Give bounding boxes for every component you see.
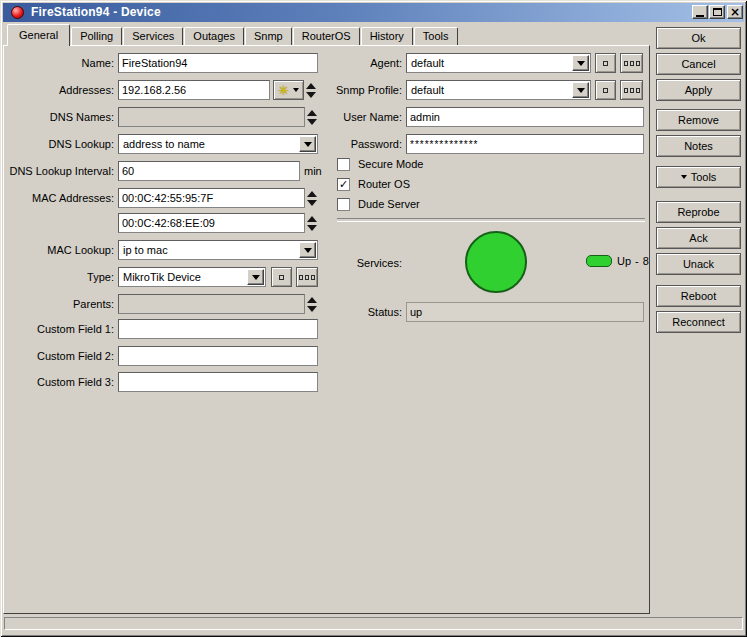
chevron-down-icon bbox=[577, 88, 585, 93]
check-icon: ✓ bbox=[339, 178, 348, 190]
mac-address-spinner-1[interactable] bbox=[305, 188, 319, 208]
router-os-checkbox[interactable]: ✓ bbox=[337, 178, 350, 191]
type-value: MikroTik Device bbox=[119, 269, 246, 286]
tab-tools[interactable]: Tools bbox=[414, 27, 458, 45]
custom-field-3-label: Custom Field 3: bbox=[2, 372, 114, 392]
boxes-icon bbox=[624, 61, 628, 66]
device-dialog-window: FireStation94 - Device × GeneralPollingS… bbox=[0, 0, 747, 637]
tab-general[interactable]: General bbox=[7, 24, 70, 46]
unack-button[interactable]: Unack bbox=[656, 253, 741, 275]
custom-field-1-input[interactable] bbox=[118, 319, 318, 339]
legend-text: Up-8 bbox=[617, 253, 653, 269]
custom-field-3-input[interactable] bbox=[118, 372, 318, 392]
minimize-button[interactable] bbox=[692, 5, 708, 19]
down-arrow-icon[interactable] bbox=[307, 225, 317, 231]
name-label: Name: bbox=[2, 53, 114, 73]
window-title: FireStation94 - Device bbox=[31, 3, 161, 22]
addresses-label: Addresses: bbox=[2, 80, 114, 100]
legend-count: 8 bbox=[643, 255, 649, 267]
mac-lookup-label: MAC Lookup: bbox=[2, 240, 114, 260]
mac-address-spinner-2[interactable] bbox=[305, 213, 319, 233]
tools-button[interactable]: Tools bbox=[656, 166, 741, 188]
parents-input bbox=[118, 294, 305, 314]
title-bar[interactable]: FireStation94 - Device × bbox=[3, 3, 744, 22]
down-arrow-icon[interactable] bbox=[307, 200, 317, 206]
chevron-down-icon bbox=[577, 61, 585, 66]
maximize-icon bbox=[713, 8, 722, 16]
box-icon bbox=[603, 61, 608, 66]
dropdown-arrow-button[interactable] bbox=[572, 82, 589, 98]
bottom-status-strip bbox=[4, 617, 743, 630]
services-label: Services: bbox=[284, 253, 402, 273]
dns-lookup-interval-label: DNS Lookup Interval: bbox=[2, 161, 114, 181]
snmp-profile-label: Snmp Profile: bbox=[284, 80, 402, 100]
user-name-input[interactable] bbox=[406, 107, 644, 127]
status-label: Status: bbox=[284, 302, 402, 322]
separator bbox=[337, 218, 645, 222]
tab-services[interactable]: Services bbox=[123, 27, 183, 45]
cancel-button[interactable]: Cancel bbox=[656, 53, 741, 75]
agent-select[interactable]: default bbox=[406, 53, 591, 73]
minimize-icon bbox=[696, 15, 704, 17]
reconnect-button[interactable]: Reconnect bbox=[656, 311, 741, 333]
dns-lookup-interval-unit: min bbox=[304, 161, 334, 181]
dude-server-checkbox[interactable] bbox=[337, 198, 350, 211]
snmp-profile-value: default bbox=[407, 82, 571, 99]
reprobe-button[interactable]: Reprobe bbox=[656, 201, 741, 223]
tab-history[interactable]: History bbox=[361, 27, 413, 45]
secure-mode-label[interactable]: Secure Mode bbox=[358, 157, 423, 171]
up-arrow-icon[interactable] bbox=[307, 216, 317, 222]
snmp-profile-select[interactable]: default bbox=[406, 80, 591, 100]
snmp-profile-list-button[interactable] bbox=[620, 80, 643, 100]
close-icon: × bbox=[730, 7, 740, 17]
remove-button[interactable]: Remove bbox=[656, 109, 741, 131]
user-name-label: User Name: bbox=[284, 107, 402, 127]
router-os-label[interactable]: Router OS bbox=[358, 177, 410, 191]
tab-strip: GeneralPollingServicesOutagesSnmpRouterO… bbox=[7, 24, 459, 46]
parents-label: Parents: bbox=[2, 294, 114, 314]
agent-value: default bbox=[407, 55, 571, 72]
tab-routeros[interactable]: RouterOS bbox=[293, 27, 360, 45]
tab-snmp[interactable]: Snmp bbox=[245, 27, 292, 45]
snmp-profile-open-button[interactable] bbox=[595, 80, 616, 100]
boxes-icon bbox=[624, 88, 628, 93]
dns-lookup-label: DNS Lookup: bbox=[2, 134, 114, 154]
custom-field-2-input[interactable] bbox=[118, 346, 318, 366]
agent-open-button[interactable] bbox=[595, 53, 616, 73]
dns-lookup-interval-input[interactable] bbox=[118, 161, 300, 181]
dropdown-arrow-button[interactable] bbox=[572, 55, 589, 71]
addresses-input[interactable] bbox=[118, 80, 270, 100]
legend-separator: - bbox=[635, 255, 639, 267]
up-arrow-icon[interactable] bbox=[307, 191, 317, 197]
mac-lookup-value: ip to mac bbox=[119, 242, 298, 259]
chevron-down-icon bbox=[252, 275, 260, 280]
dude-server-label[interactable]: Dude Server bbox=[358, 197, 420, 211]
dropdown-arrow-button[interactable] bbox=[247, 269, 264, 285]
services-pie-chart bbox=[465, 231, 527, 293]
close-button[interactable]: × bbox=[727, 5, 743, 19]
status-field bbox=[406, 302, 644, 322]
notes-button[interactable]: Notes bbox=[656, 135, 741, 157]
reboot-button[interactable]: Reboot bbox=[656, 285, 741, 307]
type-label: Type: bbox=[2, 267, 114, 287]
tools-menu-icon bbox=[681, 175, 687, 179]
tab-outages[interactable]: Outages bbox=[184, 27, 244, 45]
box-icon bbox=[279, 275, 284, 280]
tab-polling[interactable]: Polling bbox=[71, 27, 122, 45]
type-select[interactable]: MikroTik Device bbox=[118, 267, 266, 287]
ack-button[interactable]: Ack bbox=[656, 227, 741, 249]
legend-up-pill bbox=[586, 255, 612, 267]
password-input[interactable] bbox=[406, 134, 644, 154]
ok-button[interactable]: Ok bbox=[656, 27, 741, 49]
mac-addresses-label: MAC Addresses: bbox=[2, 188, 114, 208]
box-icon bbox=[603, 88, 608, 93]
mac-address-input-1[interactable] bbox=[118, 188, 305, 208]
apply-button[interactable]: Apply bbox=[656, 79, 741, 101]
agent-list-button[interactable] bbox=[620, 53, 643, 73]
boxes-icon bbox=[299, 275, 303, 280]
password-label: Password: bbox=[284, 134, 402, 154]
maximize-button[interactable] bbox=[709, 5, 725, 19]
mac-address-input-2[interactable] bbox=[118, 213, 305, 233]
secure-mode-checkbox[interactable] bbox=[337, 158, 350, 171]
dns-names-input bbox=[118, 107, 305, 127]
